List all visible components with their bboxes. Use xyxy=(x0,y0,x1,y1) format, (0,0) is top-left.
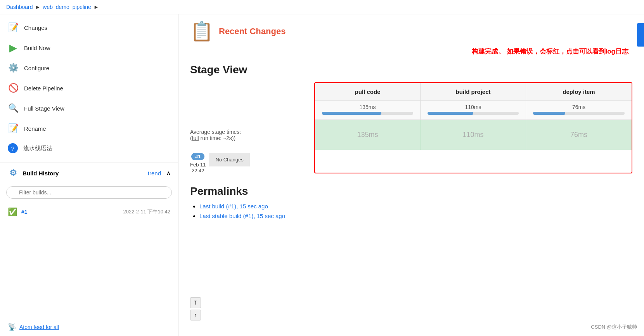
sidebar-item-rename-label: Rename xyxy=(24,125,46,132)
stage-col-build-project: build project xyxy=(421,83,526,101)
permalink-last-build: Last build (#1), 15 sec ago xyxy=(199,203,632,210)
breadcrumb-dashboard[interactable]: Dashboard xyxy=(6,4,33,10)
sidebar-item-full-stage-view[interactable]: 🔍 Full Stage View xyxy=(0,98,178,118)
filter-builds-container: 🔍 xyxy=(0,183,178,202)
stage-results-row[interactable]: 135ms 110ms 76ms xyxy=(315,120,632,150)
build-history-icon: ⚙ xyxy=(8,168,19,178)
sidebar-item-full-stage-label: Full Stage View xyxy=(24,105,64,112)
progress-bar-wrap-2 xyxy=(428,112,519,115)
breadcrumb: Dashboard ► web_demo_pipeline ► xyxy=(0,0,644,14)
build-date: Feb 11 xyxy=(190,162,206,168)
stage-result-deploy-item[interactable]: 76ms xyxy=(526,120,632,150)
stage-avg-pull-code: 135ms xyxy=(315,101,421,120)
atom-feed-link[interactable]: 📡 Atom feed for all xyxy=(0,318,178,336)
breadcrumb-sep1: ► xyxy=(35,4,41,10)
stage-avg-deploy-item: 76ms xyxy=(526,101,632,120)
permalink-last-stable-build: Last stable build (#1), 15 sec ago xyxy=(199,213,632,219)
build-list-item: ✅ #1 2022-2-11 下午10:42 xyxy=(0,203,178,220)
configure-icon: ⚙️ xyxy=(8,62,19,73)
avg-stage-times-text: Average stage times: xyxy=(190,129,306,135)
sidebar-item-build-now-label: Build Now xyxy=(24,45,50,51)
build-time: 22:42 xyxy=(192,168,204,173)
progress-bar-wrap-3 xyxy=(533,112,625,115)
stage-column-headers: pull code build project deploy item xyxy=(315,83,632,101)
avg-run-time-text: (full run time: ~2s)) xyxy=(190,135,306,141)
filter-builds-input[interactable] xyxy=(6,186,172,199)
chevron-up-icon: ∧ xyxy=(166,170,170,176)
top-right-sidebar-button[interactable] xyxy=(637,23,644,47)
stage-col-pull-code: pull code xyxy=(315,83,421,101)
sidebar-item-changes-label: Changes xyxy=(24,24,47,31)
build-item-link[interactable]: #1 xyxy=(21,209,28,215)
progress-bar-3 xyxy=(533,112,565,115)
sidebar-menu: 📝 Changes ▶ Build Now ⚙️ Configure 🚫 Del… xyxy=(0,14,178,161)
sidebar: 📝 Changes ▶ Build Now ⚙️ Configure 🚫 Del… xyxy=(0,14,178,336)
no-changes-cell: No Changes xyxy=(209,153,249,166)
recent-changes-section: 📋 Recent Changes xyxy=(190,22,632,41)
atom-feed-label: Atom feed for all xyxy=(19,324,59,330)
build-annotation: 构建完成。 如果错误，会标红，点击可以看到log日志 xyxy=(190,47,632,56)
sidebar-item-configure[interactable]: ⚙️ Configure xyxy=(0,58,178,78)
sidebar-item-delete-label: Delete Pipeline xyxy=(24,85,63,92)
permalinks-title: Permalinks xyxy=(190,185,632,197)
recent-changes-icon: 📋 xyxy=(190,22,213,41)
sidebar-item-pipeline-syntax-label: 流水线语法 xyxy=(23,145,52,152)
avg-run-time-value: run time: ~2s) xyxy=(200,135,234,141)
sidebar-item-rename[interactable]: 📝 Rename xyxy=(0,118,178,139)
stage-result-build-project[interactable]: 110ms xyxy=(421,120,526,150)
scroll-buttons: ⤒ ↑ xyxy=(190,297,201,320)
stage-view-title: Stage View xyxy=(190,64,632,76)
stage-avg-build-project: 110ms xyxy=(421,101,526,120)
delete-icon: 🚫 xyxy=(8,83,19,94)
build-now-icon: ▶ xyxy=(8,42,19,53)
sidebar-item-changes[interactable]: 📝 Changes xyxy=(0,17,178,38)
full-stage-icon: 🔍 xyxy=(8,103,19,114)
progress-bar-2 xyxy=(428,112,473,115)
stage-col-deploy-item: deploy item xyxy=(526,83,632,101)
build-history-header: ⚙ Build History trend ∧ xyxy=(0,163,178,183)
stage-result-pull-code[interactable]: 135ms xyxy=(315,120,421,150)
stage-avg-row: 135ms 110ms 76ms xyxy=(315,101,632,120)
progress-bar-1 xyxy=(322,112,381,115)
permalink-last-build-link[interactable]: Last build (#1), 15 sec ago xyxy=(199,203,268,210)
build-status-ok-icon: ✅ xyxy=(8,207,17,216)
sidebar-item-configure-label: Configure xyxy=(24,65,49,71)
permalink-last-stable-build-link[interactable]: Last stable build (#1), 15 sec ago xyxy=(199,213,285,219)
sidebar-item-pipeline-syntax[interactable]: ? 流水线语法 xyxy=(0,139,178,158)
scroll-top-button[interactable]: ⤒ xyxy=(190,297,201,308)
atom-feed-icon: 📡 xyxy=(8,323,16,331)
sidebar-item-build-now[interactable]: ▶ Build Now xyxy=(0,38,178,58)
pipeline-syntax-icon: ? xyxy=(8,143,18,153)
build-badge: #1 xyxy=(191,153,204,160)
csdn-watermark: CSDN @这小子贼帅 xyxy=(591,324,637,331)
stage-view-container: Average stage times: (full run time: ~2s… xyxy=(190,82,632,173)
stage-table: pull code build project deploy item 135m… xyxy=(314,82,632,173)
scroll-up-button[interactable]: ↑ xyxy=(190,310,201,320)
breadcrumb-pipeline[interactable]: web_demo_pipeline xyxy=(43,4,91,10)
main-content: 📋 Recent Changes 构建完成。 如果错误，会标红，点击可以看到lo… xyxy=(178,14,644,336)
sidebar-item-delete-pipeline[interactable]: 🚫 Delete Pipeline xyxy=(0,78,178,98)
avg-run-time-full: full xyxy=(192,135,199,141)
build-history-label: Build History xyxy=(23,170,59,177)
trend-link[interactable]: trend xyxy=(148,170,161,177)
breadcrumb-sep2: ► xyxy=(93,4,99,10)
main-layout: 📝 Changes ▶ Build Now ⚙️ Configure 🚫 Del… xyxy=(0,14,644,336)
stage-avg-label: Average stage times: (full run time: ~2s… xyxy=(190,82,314,173)
build-list: ✅ #1 2022-2-11 下午10:42 xyxy=(0,202,178,222)
build-item-time: 2022-2-11 下午10:42 xyxy=(123,208,170,215)
changes-icon: 📝 xyxy=(8,22,19,33)
rename-icon: 📝 xyxy=(8,123,19,134)
recent-changes-link[interactable]: Recent Changes xyxy=(219,26,286,36)
permalinks-list: Last build (#1), 15 sec ago Last stable … xyxy=(190,203,632,219)
progress-bar-wrap-1 xyxy=(322,112,413,115)
